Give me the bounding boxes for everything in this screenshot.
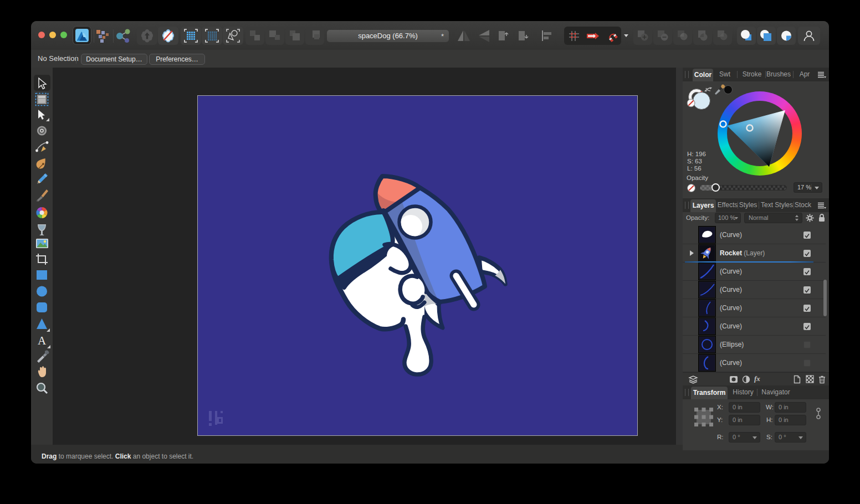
svg-text:A: A (38, 334, 47, 347)
